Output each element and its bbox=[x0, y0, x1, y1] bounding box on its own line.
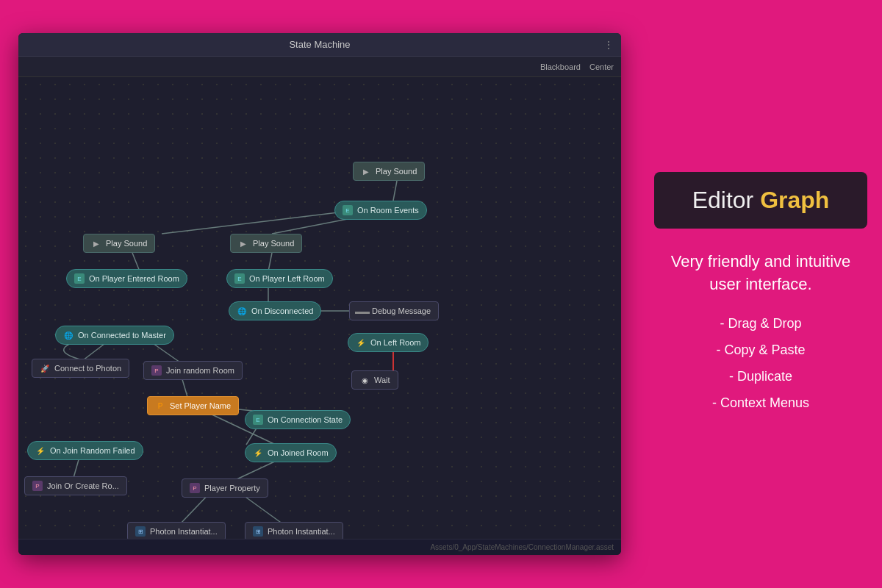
node-on-disconnected[interactable]: 🌐 On Disconnected bbox=[229, 301, 321, 320]
features-list: - Drag & Drop - Copy & Paste - Duplicate… bbox=[654, 310, 867, 416]
photo-icon-2: ⊞ bbox=[253, 526, 263, 537]
title-box: Editor Graph bbox=[654, 172, 867, 229]
node-on-connection-state[interactable]: E On Connection State bbox=[245, 410, 351, 429]
photo-icon: ⊞ bbox=[135, 526, 146, 537]
node-on-connected-master[interactable]: 🌐 On Connected to Master bbox=[55, 326, 174, 345]
node-on-player-entered-room[interactable]: E On Player Entered Room bbox=[66, 269, 187, 288]
node-on-left-room[interactable]: ⚡ On Left Room bbox=[348, 333, 429, 352]
node-on-joined-room[interactable]: ⚡ On Joined Room bbox=[245, 443, 337, 462]
feature-drag-drop: - Drag & Drop bbox=[654, 310, 867, 337]
person-icon-2: P bbox=[32, 481, 43, 491]
svg-line-1 bbox=[162, 210, 356, 234]
editor-titlebar: State Machine ⋮ bbox=[18, 33, 621, 57]
svg-line-0 bbox=[393, 181, 397, 201]
event-icon-2: E bbox=[74, 273, 85, 284]
info-panel: Editor Graph Very friendly and intuitive… bbox=[639, 0, 882, 588]
feature-copy-paste: - Copy & Paste bbox=[654, 337, 867, 363]
node-wait[interactable]: ◉ Wait bbox=[351, 370, 398, 390]
bolt-icon-2: ⚡ bbox=[35, 445, 46, 456]
node-play-sound-right[interactable]: ▶ Play Sound bbox=[230, 234, 302, 253]
feature-duplicate: - Duplicate bbox=[654, 363, 867, 390]
bolt-icon-3: ⚡ bbox=[253, 448, 263, 458]
feature-context-menus: - Context Menus bbox=[654, 390, 867, 416]
node-join-random-room[interactable]: P Join random Room bbox=[143, 361, 243, 380]
title-editor: Editor bbox=[692, 187, 760, 213]
person-icon: P bbox=[151, 365, 162, 376]
node-on-join-random-failed[interactable]: ⚡ On Join Random Failed bbox=[27, 441, 143, 460]
node-on-player-left-room[interactable]: E On Player Left Room bbox=[226, 269, 333, 288]
editor-window: State Machine ⋮ Blackboard Center bbox=[18, 33, 621, 555]
globe-icon: 🌐 bbox=[237, 306, 247, 316]
node-set-player-name[interactable]: P Set Player Name bbox=[147, 396, 239, 415]
editor-title: State Machine bbox=[289, 39, 350, 50]
node-join-or-create[interactable]: P Join Or Create Ro... bbox=[24, 476, 127, 495]
debug-icon: ▬▬ bbox=[357, 306, 368, 316]
node-debug-message[interactable]: ▬▬ Debug Message bbox=[349, 301, 439, 320]
description-text: Very friendly and intuitive user interfa… bbox=[654, 251, 867, 296]
event-icon-3: E bbox=[234, 273, 245, 284]
rocket-icon: 🚀 bbox=[40, 363, 50, 373]
node-on-room-events[interactable]: E On Room Events bbox=[334, 201, 427, 220]
orange-icon: P bbox=[155, 401, 165, 411]
sound-icon: ▶ bbox=[361, 166, 371, 176]
node-play-sound-top[interactable]: ▶ Play Sound bbox=[353, 162, 425, 181]
sound-icon-2: ▶ bbox=[91, 238, 101, 248]
main-container: State Machine ⋮ Blackboard Center bbox=[0, 0, 882, 588]
globe-icon-2: 🌐 bbox=[63, 330, 74, 340]
editor-toolbar: Blackboard Center bbox=[18, 57, 621, 77]
title-graph: Graph bbox=[760, 187, 829, 213]
node-player-property[interactable]: P Player Property bbox=[182, 478, 268, 498]
editor-footer: Assets/0_App/StateMachines/ConnectionMan… bbox=[18, 539, 621, 555]
person-icon-3: P bbox=[190, 483, 200, 493]
center-button[interactable]: Center bbox=[589, 62, 614, 71]
event-icon: E bbox=[343, 205, 353, 215]
sound-icon-3: ▶ bbox=[238, 238, 248, 248]
editor-canvas[interactable]: ▶ Play Sound E On Room Events ▶ Play Sou… bbox=[18, 77, 621, 539]
event-icon-4: E bbox=[253, 415, 263, 425]
node-photon-instantiate-left[interactable]: ⊞ Photon Instantiat... bbox=[127, 522, 226, 539]
node-connect-photon[interactable]: 🚀 Connect to Photon bbox=[32, 359, 129, 378]
node-play-sound-left[interactable]: ▶ Play Sound bbox=[83, 234, 155, 253]
bolt-icon: ⚡ bbox=[356, 337, 366, 348]
blackboard-button[interactable]: Blackboard bbox=[540, 62, 581, 71]
circle-icon: ◉ bbox=[359, 375, 370, 385]
editor-panel: State Machine ⋮ Blackboard Center bbox=[0, 0, 639, 588]
menu-dots-icon[interactable]: ⋮ bbox=[603, 39, 614, 51]
description-box: Very friendly and intuitive user interfa… bbox=[654, 251, 867, 417]
footer-path: Assets/0_App/StateMachines/ConnectionMan… bbox=[430, 543, 614, 551]
node-photon-instantiate-right[interactable]: ⊞ Photon Instantiat... bbox=[245, 522, 343, 539]
